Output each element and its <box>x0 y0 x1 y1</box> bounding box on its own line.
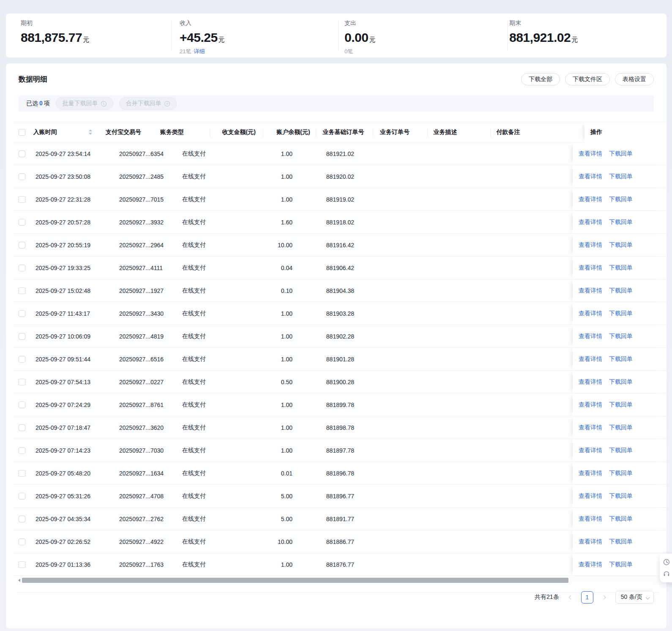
row-checkbox[interactable] <box>19 310 25 317</box>
row-checkbox[interactable] <box>19 379 25 385</box>
row-checkbox[interactable] <box>19 402 25 408</box>
horizontal-scrollbar[interactable] <box>17 577 666 583</box>
download-receipt-link[interactable]: 下载回单 <box>609 173 633 180</box>
download-all-button[interactable]: 下载全部 <box>521 73 560 85</box>
cell-amount: 5.00 <box>240 508 300 530</box>
download-receipt-link[interactable]: 下载回单 <box>609 355 633 363</box>
cell-order <box>425 462 487 484</box>
cell-balance: 881899.78 <box>300 393 360 416</box>
cell-order <box>425 211 487 233</box>
download-receipt-link[interactable]: 下载回单 <box>609 241 633 249</box>
current-page-button[interactable]: 1 <box>581 591 593 604</box>
page-size-select[interactable]: 50 条/页 <box>615 591 654 604</box>
table-row: 2025-09-27 23:50:08 20250927...2485 在线支付… <box>13 165 667 188</box>
download-receipt-link[interactable]: 下载回单 <box>609 333 633 340</box>
download-receipt-link[interactable]: 下载回单 <box>609 424 633 432</box>
view-detail-link[interactable]: 查看详情 <box>579 424 602 432</box>
cell-base-order <box>360 508 425 530</box>
download-receipt-link[interactable]: 下载回单 <box>609 150 633 158</box>
cell-amount: 10.00 <box>240 234 300 256</box>
select-all-checkbox[interactable] <box>19 129 25 136</box>
row-checkbox[interactable] <box>19 287 25 294</box>
floating-panel[interactable] <box>660 554 672 582</box>
download-receipt-link[interactable]: 下载回单 <box>609 287 633 295</box>
download-receipt-link[interactable]: 下载回单 <box>609 515 633 523</box>
cell-account-type: 在线支付 <box>182 393 240 416</box>
view-detail-link[interactable]: 查看详情 <box>579 401 602 409</box>
cell-transaction-id: 20250927...2964 <box>119 234 182 256</box>
view-detail-link[interactable]: 查看详情 <box>579 470 602 477</box>
view-detail-link[interactable]: 查看详情 <box>579 219 602 226</box>
download-receipt-link[interactable]: 下载回单 <box>609 538 633 546</box>
cell-balance: 881900.28 <box>300 371 360 393</box>
download-receipt-link[interactable]: 下载回单 <box>609 447 633 454</box>
row-checkbox[interactable] <box>19 265 25 271</box>
cell-description <box>487 530 559 553</box>
income-detail-link[interactable]: 详细 <box>194 48 205 55</box>
row-checkbox[interactable] <box>19 333 25 340</box>
view-detail-link[interactable]: 查看详情 <box>579 447 602 454</box>
row-checkbox[interactable] <box>19 493 25 500</box>
row-checkbox[interactable] <box>19 150 25 157</box>
scrollbar-thumb[interactable] <box>22 578 568 583</box>
row-checkbox[interactable] <box>19 356 25 363</box>
download-receipt-link[interactable]: 下载回单 <box>609 196 633 203</box>
view-detail-link[interactable]: 查看详情 <box>579 310 602 317</box>
row-checkbox[interactable] <box>19 470 25 477</box>
cell-balance: 881886.77 <box>300 530 360 553</box>
download-receipt-link[interactable]: 下载回单 <box>609 219 633 226</box>
view-detail-link[interactable]: 查看详情 <box>579 287 602 295</box>
column-header-time[interactable]: 入账时间 <box>33 122 106 142</box>
view-detail-link[interactable]: 查看详情 <box>579 515 602 523</box>
row-checkbox[interactable] <box>19 561 25 568</box>
scroll-left-icon[interactable] <box>17 577 21 583</box>
download-receipt-link[interactable]: 下载回单 <box>609 264 633 272</box>
row-checkbox[interactable] <box>19 219 25 226</box>
row-checkbox[interactable] <box>19 173 25 180</box>
next-page-button[interactable] <box>600 593 609 602</box>
download-receipt-link[interactable]: 下载回单 <box>609 561 633 568</box>
view-detail-link[interactable]: 查看详情 <box>579 173 602 180</box>
batch-download-button[interactable]: 批量下载回单 <box>56 97 113 110</box>
chevron-down-icon <box>646 595 650 600</box>
view-detail-link[interactable]: 查看详情 <box>579 264 602 272</box>
info-icon <box>164 101 170 107</box>
row-checkbox[interactable] <box>19 538 25 545</box>
row-checkbox[interactable] <box>19 447 25 454</box>
download-receipt-link[interactable]: 下载回单 <box>609 401 633 409</box>
download-receipt-link[interactable]: 下载回单 <box>609 470 633 477</box>
sort-icon[interactable] <box>89 129 92 135</box>
view-detail-link[interactable]: 查看详情 <box>579 492 602 500</box>
clock-icon[interactable] <box>663 559 670 565</box>
cell-transaction-id: 20250927...6516 <box>119 348 182 370</box>
cell-time: 2025-09-27 07:54:13 <box>36 371 119 393</box>
prev-page-button[interactable] <box>565 593 575 602</box>
table-row: 2025-09-27 10:06:09 20250927...4819 在线支付… <box>13 325 667 348</box>
row-checkbox[interactable] <box>19 196 25 203</box>
table-settings-button[interactable]: 表格设置 <box>615 73 654 85</box>
row-checkbox[interactable] <box>19 242 25 249</box>
cell-amount: 1.00 <box>240 188 300 210</box>
view-detail-link[interactable]: 查看详情 <box>579 355 602 363</box>
download-receipt-link[interactable]: 下载回单 <box>609 378 633 386</box>
download-receipt-link[interactable]: 下载回单 <box>609 310 633 317</box>
cell-order <box>425 302 487 325</box>
row-checkbox[interactable] <box>19 516 25 522</box>
download-files-button[interactable]: 下载文件区 <box>565 73 610 85</box>
row-checkbox[interactable] <box>19 424 25 431</box>
cell-balance: 881916.42 <box>300 234 360 256</box>
view-detail-link[interactable]: 查看详情 <box>579 196 602 203</box>
view-detail-link[interactable]: 查看详情 <box>579 378 602 386</box>
view-detail-link[interactable]: 查看详情 <box>579 241 602 249</box>
total-count: 共有21条 <box>535 593 559 601</box>
view-detail-link[interactable]: 查看详情 <box>579 561 602 568</box>
merge-download-button[interactable]: 合并下载回单 <box>119 97 177 110</box>
cell-description <box>487 302 559 325</box>
view-detail-link[interactable]: 查看详情 <box>579 538 602 546</box>
cell-order <box>425 188 487 210</box>
headset-icon[interactable] <box>663 571 670 577</box>
view-detail-link[interactable]: 查看详情 <box>579 333 602 340</box>
view-detail-link[interactable]: 查看详情 <box>579 150 602 158</box>
cell-balance: 881901.28 <box>300 348 360 370</box>
download-receipt-link[interactable]: 下载回单 <box>609 492 633 500</box>
